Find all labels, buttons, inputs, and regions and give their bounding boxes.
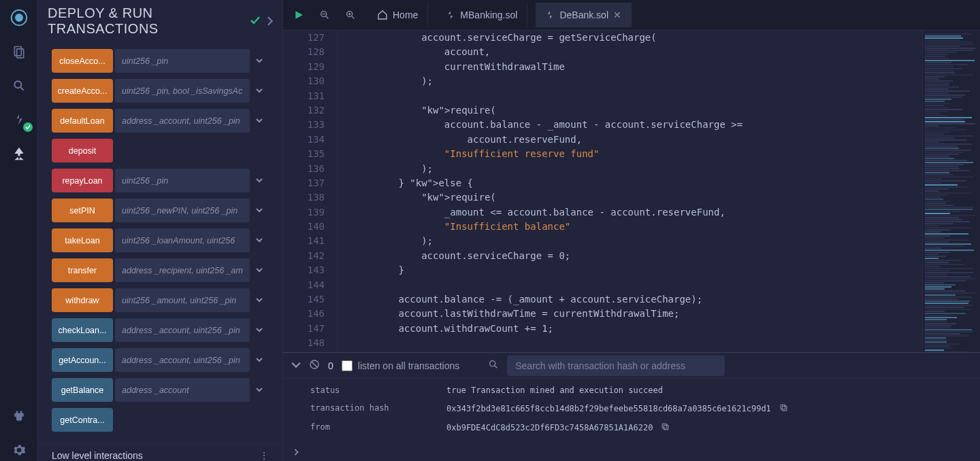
function-button[interactable]: getBalance: [52, 378, 113, 402]
function-input[interactable]: [115, 169, 250, 192]
function-button[interactable]: takeLoan: [52, 228, 113, 252]
settings-icon[interactable]: [8, 439, 30, 461]
terminal-row-value: 0xb9FDE4CdC8d523c2Df6FD3c7458A67851A1A62…: [446, 422, 953, 433]
function-input[interactable]: [115, 199, 250, 222]
chevron-down-icon[interactable]: [250, 258, 269, 282]
svg-line-5: [20, 88, 23, 90]
close-icon[interactable]: ✕: [613, 10, 621, 20]
function-input[interactable]: [115, 49, 250, 73]
function-row: repayLoan: [52, 169, 269, 192]
code-editor[interactable]: 1271281291301311321331341351361371381391…: [283, 31, 922, 352]
run-icon[interactable]: [290, 6, 308, 24]
function-button[interactable]: deposit: [52, 139, 113, 163]
chevron-down-icon[interactable]: [250, 318, 269, 342]
svg-line-12: [352, 16, 354, 18]
chevron-down-icon[interactable]: [250, 49, 269, 73]
fold-strip: [338, 31, 350, 352]
kebab-icon[interactable]: ⋮: [259, 450, 269, 461]
low-level-section: Low level interactions ⋮: [38, 443, 282, 461]
terminal-row: transaction hash0x343f2bd3e81c665f8ccb14…: [310, 399, 953, 418]
function-input[interactable]: [115, 378, 250, 402]
function-button[interactable]: checkLoan...: [52, 318, 113, 342]
panel-title: DEPLOY & RUN TRANSACTIONS: [48, 5, 244, 37]
tab-mbanking[interactable]: MBanking.sol: [436, 3, 527, 27]
terminal: 0 listen on all transactions statustrue …: [283, 352, 980, 461]
function-button[interactable]: closeAcco...: [52, 49, 113, 73]
terminal-row: from0xb9FDE4CdC8d523c2Df6FD3c7458A67851A…: [310, 418, 953, 437]
zoom-in-icon[interactable]: [342, 6, 359, 24]
chevron-down-icon[interactable]: [250, 199, 269, 222]
compiler-icon[interactable]: [8, 109, 30, 131]
terminal-search-input[interactable]: [507, 356, 725, 376]
chevron-down-icon[interactable]: [250, 288, 269, 312]
listen-checkbox[interactable]: [342, 360, 353, 371]
tab-home-label: Home: [393, 10, 418, 20]
minimap[interactable]: [922, 31, 980, 352]
tab-debank[interactable]: DeBank.sol ✕: [536, 3, 632, 27]
function-input[interactable]: [115, 228, 250, 252]
function-input[interactable]: [115, 109, 250, 133]
listen-toggle[interactable]: listen on all transactions: [342, 360, 459, 371]
terminal-bar: 0 listen on all transactions: [283, 353, 980, 379]
svg-line-16: [495, 366, 497, 368]
check-icon: [250, 14, 261, 29]
search-icon[interactable]: [8, 75, 30, 97]
tab-bar: Home MBanking.sol DeBank.sol ✕: [283, 0, 980, 31]
copy-icon[interactable]: [779, 403, 788, 414]
deploy-panel: DEPLOY & RUN TRANSACTIONS closeAcco...cr…: [38, 0, 283, 461]
svg-rect-17: [782, 406, 787, 411]
function-row: checkLoan...: [52, 318, 269, 342]
pending-count: 0: [328, 360, 333, 371]
function-row: takeLoan: [52, 228, 269, 252]
solidity-icon: [446, 10, 455, 20]
chevron-down-icon[interactable]: [250, 348, 269, 372]
terminal-search-icon[interactable]: [488, 359, 499, 373]
tab-home[interactable]: Home: [368, 3, 428, 27]
function-input[interactable]: [115, 288, 250, 312]
line-gutter: 1271281291301311321331341351361371381391…: [283, 31, 338, 352]
terminal-prompt[interactable]: [283, 443, 980, 461]
plugin-icon[interactable]: [8, 405, 30, 427]
deploy-icon[interactable]: [8, 143, 30, 165]
chevron-down-icon[interactable]: [250, 378, 269, 402]
function-button[interactable]: defaultLoan: [52, 109, 113, 133]
svg-rect-2: [14, 47, 21, 56]
function-button[interactable]: createAcco...: [52, 79, 113, 103]
function-input[interactable]: [115, 258, 250, 282]
function-row: getBalance: [52, 378, 269, 402]
function-button[interactable]: setPIN: [52, 199, 113, 222]
svg-rect-3: [16, 49, 23, 58]
zoom-out-icon[interactable]: [316, 6, 333, 24]
function-button[interactable]: withdraw: [52, 288, 113, 312]
terminal-row: statustrue Transaction mined and executi…: [310, 381, 953, 399]
terminal-row-label: status: [310, 386, 446, 395]
terminal-row-value: true Transaction mined and execution suc…: [446, 386, 953, 395]
chevron-down-icon[interactable]: [250, 169, 269, 192]
terminal-toggle-icon[interactable]: [291, 360, 301, 372]
clear-icon[interactable]: [309, 359, 320, 373]
function-row: withdraw: [52, 288, 269, 312]
function-button[interactable]: getAccoun...: [52, 348, 113, 372]
function-row: closeAcco...: [52, 49, 269, 73]
solidity-icon: [545, 10, 555, 20]
code-body[interactable]: account.serviceCharge = getServiceCharge…: [350, 31, 922, 352]
panel-collapse-icon[interactable]: [266, 14, 273, 29]
file-explorer-icon[interactable]: [8, 41, 30, 63]
function-input[interactable]: [115, 348, 250, 372]
chevron-down-icon[interactable]: [250, 79, 269, 103]
function-input[interactable]: [115, 79, 250, 103]
remix-logo-icon[interactable]: [8, 7, 30, 29]
function-button[interactable]: repayLoan: [52, 169, 113, 192]
function-row: deposit: [52, 139, 269, 163]
function-button[interactable]: transfer: [52, 258, 113, 282]
icon-rail: [0, 0, 38, 461]
copy-icon[interactable]: [661, 422, 670, 433]
panel-header: DEPLOY & RUN TRANSACTIONS: [38, 0, 282, 42]
chevron-down-icon[interactable]: [250, 109, 269, 133]
chevron-down-icon[interactable]: [250, 228, 269, 252]
function-row: defaultLoan: [52, 109, 269, 133]
function-input[interactable]: [115, 318, 250, 342]
svg-rect-19: [664, 425, 669, 430]
function-button[interactable]: getContra...: [52, 408, 113, 432]
tab-mbanking-label: MBanking.sol: [460, 10, 517, 20]
